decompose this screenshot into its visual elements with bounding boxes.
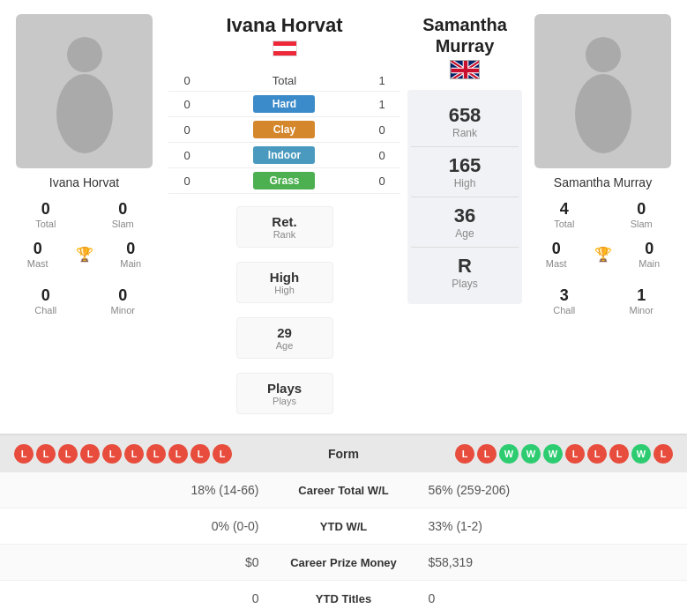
player2-main-cell: 0 Main [619, 236, 681, 272]
age-value: 29 [251, 325, 318, 340]
p2-hard: 1 [363, 92, 400, 117]
p1-form-7: L [146, 444, 166, 464]
age-label: Age [251, 340, 318, 351]
player1-name: Ivana Horvat [49, 175, 119, 189]
surface-grass-badge: Grass [253, 172, 315, 189]
rank-value: Ret. [251, 214, 318, 229]
right-high-label: High [411, 177, 519, 189]
surface-row-total: 0 Total 1 [168, 71, 400, 92]
player1-slam-value: 0 [86, 200, 161, 219]
middle-stats: Ivana Horvat 0 Total 1 0 Hard [165, 14, 404, 419]
right-rank-block: 658 Rank [411, 97, 519, 147]
p1-form-2: L [36, 444, 56, 464]
trophy-icon-right: 🏆 [594, 246, 612, 263]
career-total-label: Career Total W/L [273, 484, 414, 497]
player2-chall-cell: 3 Chall [526, 283, 603, 319]
rank-block: Ret. Rank [236, 206, 333, 248]
player2-photo [534, 14, 671, 168]
player2-flag-container [450, 60, 480, 83]
ytd-titles-label: YTD Titles [273, 592, 414, 605]
surface-row-hard: 0 Hard 1 [168, 92, 400, 117]
player2-main-value: 0 [621, 240, 679, 258]
player2-total-value: 4 [527, 200, 601, 219]
player2-slam-cell: 0 Slam [603, 197, 681, 233]
p1-form-9: L [190, 444, 210, 464]
plays-block: Plays Plays [236, 373, 333, 414]
p1-form-6: L [124, 444, 144, 464]
player1-lower-stats: 0 Chall 0 Minor [7, 283, 161, 319]
p2-ytd-wl: 33% (1-2) [414, 519, 674, 533]
player1-slam-cell: 0 Slam [85, 197, 162, 233]
p2-form-2: L [477, 444, 497, 464]
p1-hard-wins: 0 [168, 71, 205, 92]
p2-prize-money: $58,319 [414, 555, 674, 569]
player1-chall-cell: 0 Chall [7, 283, 85, 319]
rank-label: Rank [251, 229, 318, 240]
ytd-titles-row: 0 YTD Titles 0 [0, 581, 687, 616]
player2-chall-value: 3 [527, 286, 601, 305]
right-high-block: 165 High [411, 147, 519, 197]
plays-value: Plays [251, 381, 318, 396]
surface-indoor-badge: Indoor [253, 146, 315, 164]
right-wrapper: Samantha Murray 658 Rank 165 High 36 Age… [407, 14, 522, 419]
player2-slam-label: Slam [605, 219, 679, 229]
p2-form-9: W [631, 444, 651, 464]
ytd-wl-label: YTD W/L [273, 520, 414, 533]
p2-ytd-titles: 0 [414, 591, 674, 605]
p2-hard-wins: 1 [363, 71, 400, 92]
player1-total-cell: 0 Total [7, 197, 85, 233]
p1-ytd-wl: 0% (0-0) [14, 519, 273, 533]
player1-main-label: Main [102, 258, 161, 269]
svg-rect-10 [464, 61, 467, 79]
player1-card: Ivana Horvat 0 Total 0 Slam 0 Mast 🏆 [7, 14, 161, 419]
player1-header-name: Ivana Horvat [226, 14, 342, 37]
career-total-row: 18% (14-66) Career Total W/L 56% (259-20… [0, 472, 687, 508]
player2-mast-cell: 0 Mast [526, 236, 587, 272]
player1-total-label: Total [9, 219, 83, 229]
right-age-label: Age [411, 227, 519, 240]
player1-flag [273, 41, 297, 56]
p2-indoor: 0 [363, 143, 400, 168]
p1-career-total: 18% (14-66) [14, 483, 273, 497]
high-block: High High [236, 262, 333, 303]
prize-money-label: Career Prize Money [273, 556, 414, 569]
p2-career-total: 56% (259-206) [414, 483, 674, 497]
surface-total-label: Total [205, 71, 363, 92]
player1-flag-container [273, 41, 297, 56]
surface-table: 0 Total 1 0 Hard 1 0 Clay 0 [168, 71, 400, 194]
p1-indoor: 0 [168, 143, 205, 168]
svg-point-1 [56, 74, 113, 153]
player1-chall-value: 0 [9, 286, 83, 305]
p1-form-3: L [58, 444, 78, 464]
player1-mast-label: Mast [9, 258, 67, 269]
player1-main-value: 0 [102, 240, 161, 258]
player1-silhouette [45, 30, 124, 153]
player1-total-value: 0 [9, 200, 83, 219]
p1-form-4: L [80, 444, 100, 464]
right-plays-label: Plays [411, 278, 519, 290]
player1-trophy-row: 0 Mast 🏆 0 Main [7, 236, 161, 272]
p1-ytd-titles: 0 [14, 591, 273, 605]
right-age-block: 36 Age [411, 197, 519, 248]
p1-form-8: L [168, 444, 188, 464]
player2-form-badges: L L W W W L L L W L [455, 444, 673, 464]
player2-chall-label: Chall [527, 305, 601, 315]
svg-point-11 [586, 37, 621, 72]
plays-label: Plays [251, 396, 318, 406]
right-rank-label: Rank [411, 127, 519, 139]
surface-row-clay: 0 Clay 0 [168, 117, 400, 143]
high-value: High [251, 270, 318, 285]
player2-header-name: Samantha Murray [407, 14, 522, 56]
player1-minor-label: Minor [86, 305, 161, 315]
p1-form-1: L [14, 444, 34, 464]
player2-minor-value: 1 [605, 286, 679, 305]
top-section: Ivana Horvat 0 Total 0 Slam 0 Mast 🏆 [0, 0, 687, 434]
player2-card: Samantha Murray 4 Total 0 Slam 0 Mast 🏆 [526, 14, 680, 419]
player2-stats: 4 Total 0 Slam [526, 197, 680, 233]
stats-rows: 18% (14-66) Career Total W/L 56% (259-20… [0, 472, 687, 616]
form-section: L L L L L L L L L L Form L L W W W L L L… [0, 434, 687, 472]
surface-row-indoor: 0 Indoor 0 [168, 143, 400, 168]
p1-form-10: L [213, 444, 232, 464]
prize-money-row: $0 Career Prize Money $58,319 [0, 545, 687, 581]
player2-trophy-row: 0 Mast 🏆 0 Main [526, 236, 680, 272]
